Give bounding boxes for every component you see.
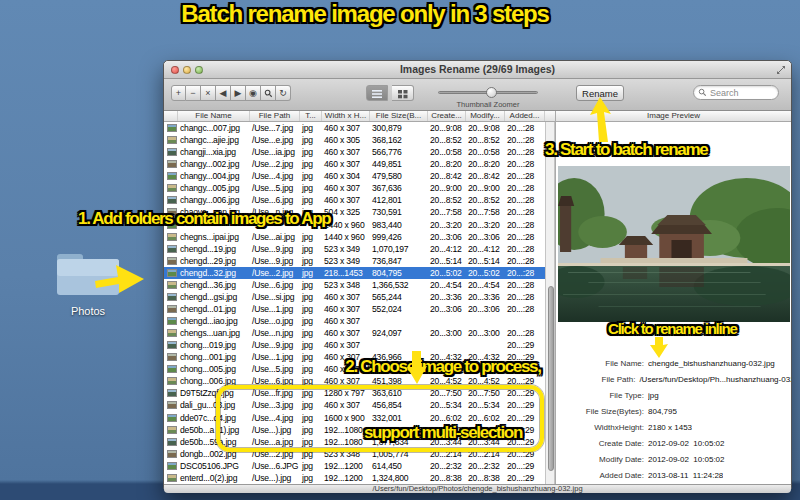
- list-view-button[interactable]: [366, 85, 388, 101]
- cell-size: 436,966: [370, 351, 428, 363]
- table-row[interactable]: DSC05106.JPG/Use...6.JPGjpg192...1200614…: [164, 460, 545, 472]
- row-thumbnail: [167, 426, 177, 434]
- cell-create: 20...5:08: [428, 363, 466, 375]
- cell-wh: 1280 x 797: [322, 387, 370, 399]
- list-view-icon: [371, 89, 383, 99]
- table-row[interactable]: dde07c...d4.jpg/Use...4.jpgjpg1600 x 900…: [164, 412, 545, 424]
- table-row[interactable]: chengd...36.jpg/Use...6.jpgjpg523 x 3481…: [164, 279, 545, 291]
- column-header[interactable]: T...: [300, 111, 322, 121]
- field-value: 2180 x 1453: [648, 423, 692, 432]
- search-placeholder: Search: [710, 88, 739, 98]
- cell-create: 20...8:52: [428, 194, 466, 206]
- column-header[interactable]: File Size(B...: [370, 111, 428, 121]
- table-row[interactable]: chong...001.jpg/Use...1.jpgjpg460 x 3074…: [164, 351, 545, 363]
- table-row[interactable]: changy...006.jpg/Use...6.jpgjpg460 x 307…: [164, 194, 545, 206]
- cell-create: 20...8:38: [428, 472, 466, 484]
- field-value[interactable]: chengde_bishushanzhuang-032.jpg: [648, 359, 775, 368]
- preview-field-row: Modify Date:2012-09-02 10:05:02: [556, 451, 791, 467]
- cell-create: 20...5:14: [428, 255, 466, 267]
- table-row[interactable]: chengd...29.jpg/Use...9.jpgjpg523 x 3497…: [164, 255, 545, 267]
- cell-type: jpg: [300, 424, 322, 436]
- table-row[interactable]: chengd...01.jpg/Use...1.jpgjpg460 x 3075…: [164, 303, 545, 315]
- rename-button[interactable]: Rename: [576, 85, 624, 101]
- cell-modify: 20...3:52: [466, 424, 505, 436]
- table-row[interactable]: chaoya...uan.jpg/Use...n.jpgjpg504 x 325…: [164, 206, 545, 218]
- cell-type: jpg: [300, 339, 322, 351]
- field-value: 804,795: [648, 407, 677, 416]
- back-button[interactable]: ◀: [216, 85, 231, 101]
- cell-path: /Use...6.JPG: [250, 460, 300, 472]
- row-thumbnail: [167, 305, 177, 313]
- cell-added: 20...:28: [505, 206, 545, 218]
- cell-name: chengd...32.jpg: [178, 267, 250, 279]
- table-row[interactable]: chengs...uan.jpg/Use...n.jpgjpg460 x 307…: [164, 327, 545, 339]
- table-row[interactable]: de50b...a (1).jpg/Use...).jpgjpg192...10…: [164, 424, 545, 436]
- cell-type: jpg: [300, 182, 322, 194]
- cell-wh: 460 x 307: [322, 158, 370, 170]
- cell-modify: 20...3:06: [466, 303, 505, 315]
- refresh-button[interactable]: ↻: [276, 85, 291, 101]
- table-row[interactable]: chegns...ipai.jpg/Use...ai.jpgjpg1440 x …: [164, 231, 545, 243]
- column-header[interactable]: File Path: [250, 111, 300, 121]
- cell-wh: 523 x 348: [322, 279, 370, 291]
- search-field[interactable]: Search: [693, 85, 779, 100]
- table-row[interactable]: chengd...gsi.jpg/Use...si.jpgjpg460 x 30…: [164, 291, 545, 303]
- remove-button[interactable]: −: [186, 85, 201, 101]
- table-row[interactable]: chengd...19.jpg/Use...9.jpgjpg523 x 3491…: [164, 243, 545, 255]
- cell-size: 368,162: [370, 134, 428, 146]
- table-row[interactable]: de50b...59a.jpg/Use...a.jpgjpg192...1080…: [164, 436, 545, 448]
- column-header[interactable]: File Name: [178, 111, 250, 121]
- table-row[interactable]: dongb...002.jpg/Use...2.jpgjpg523 x 3481…: [164, 448, 545, 460]
- fullscreen-icon[interactable]: [776, 65, 786, 75]
- table-row[interactable]: chengd...iao.jpg/Use...o.jpgjpg460 x 307: [164, 315, 545, 327]
- column-header[interactable]: Create...: [428, 111, 466, 121]
- scrollbar[interactable]: [545, 122, 555, 484]
- cell-create: 20...2:14: [428, 448, 466, 460]
- cell-modify: 20...3:20: [466, 219, 505, 231]
- table-row[interactable]: chong...019.jpg/Use...9.jpgjpg460 x 3072…: [164, 339, 545, 351]
- table-row[interactable]: changy...005.jpg/Use...5.jpgjpg460 x 307…: [164, 182, 545, 194]
- row-thumbnail: [167, 160, 177, 168]
- cell-path: /Use...1.jpg: [250, 351, 300, 363]
- table-row[interactable]: changy...002.jpg/Use...2.jpgjpg460 x 307…: [164, 158, 545, 170]
- delete-button[interactable]: ×: [201, 85, 216, 101]
- forward-button[interactable]: ▶: [231, 85, 246, 101]
- search-button[interactable]: [261, 85, 276, 101]
- slider-knob[interactable]: [486, 87, 497, 98]
- cell-path: /Use...2.jpg: [250, 448, 300, 460]
- table-row[interactable]: chengd...32.jpg/Use...2.jpgjpg218...1453…: [164, 267, 545, 279]
- cell-create: 20...3:44: [428, 436, 466, 448]
- column-header[interactable]: Width x H...: [322, 111, 370, 121]
- field-value: 2013-08-11 11:24:28: [648, 471, 723, 480]
- photos-folder[interactable]: Photos: [52, 250, 124, 317]
- scrollbar-thumb[interactable]: [548, 286, 554, 471]
- column-header[interactable]: Modify...: [466, 111, 505, 121]
- cell-modify: 20...9:08: [466, 122, 505, 134]
- table-row[interactable]: enterd...0(2).jpg/Use...).jpgjpg192...12…: [164, 472, 545, 484]
- thumbnail-zoomer: Thumbnail Zoomer: [438, 87, 538, 109]
- table-row[interactable]: changc...ajie.jpg/Use...e.jpgjpg460 x 30…: [164, 134, 545, 146]
- cell-path: /Use...6.jpg: [250, 279, 300, 291]
- column-header[interactable]: Added...: [505, 111, 545, 121]
- cell-size: 451,398: [370, 375, 428, 387]
- table-row[interactable]: changji...xia.jpg/Use...ia.jpgjpg460 x 3…: [164, 146, 545, 158]
- table-row[interactable]: changc...007.jpg/Use...7.jpgjpg460 x 307…: [164, 122, 545, 134]
- cell-create: 20...8:42: [428, 170, 466, 182]
- titlebar[interactable]: Images Rename (29/69 Images): [164, 61, 791, 79]
- search-icon: [264, 89, 273, 98]
- table-row[interactable]: chong...005.jpg/Use...5.jpgjpg460 x 3073…: [164, 363, 545, 375]
- thumbnail-zoomer-slider[interactable]: [438, 91, 538, 94]
- cell-path: /Use...3.jpg: [250, 399, 300, 411]
- table-row[interactable]: chong...006.jpg/Use...6.jpgjpg460 x 3074…: [164, 375, 545, 387]
- table-row[interactable]: D9T5tZzqfr.jpg/Use...fr.jpgjpg1280 x 797…: [164, 387, 545, 399]
- cell-modify: 20...7:58: [466, 206, 505, 218]
- grid-view-button[interactable]: [392, 85, 414, 101]
- add-button[interactable]: +: [171, 85, 186, 101]
- table-row[interactable]: 1440 x 960983,44020...3:2020...3:2020...…: [164, 219, 545, 231]
- table-row[interactable]: dali_gu...03.jpg/Use...3.jpgjpg460 x 307…: [164, 399, 545, 411]
- row-thumbnail: [167, 257, 177, 265]
- table-row[interactable]: changy...004.jpg/Use...4.jpgjpg460 x 304…: [164, 170, 545, 182]
- cell-size: 1,324,800: [370, 472, 428, 484]
- eye-button[interactable]: ◉: [246, 85, 261, 101]
- cell-modify: 20...7:50: [466, 387, 505, 399]
